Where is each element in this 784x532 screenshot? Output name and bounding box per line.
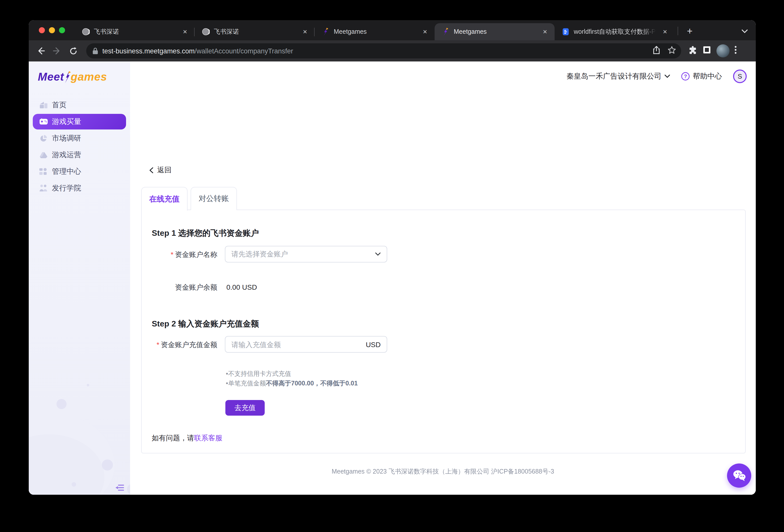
- home-icon: [39, 101, 48, 109]
- company-selector[interactable]: 秦皇岛一禾广告设计有限公司: [566, 71, 670, 81]
- globe-icon: [202, 28, 210, 36]
- balance-value: 0.00 USD: [226, 283, 257, 291]
- extensions-puzzle-icon[interactable]: [688, 45, 697, 56]
- sidebar-item-home[interactable]: 首页: [29, 97, 130, 113]
- sidebar-nav: 首页 游戏买量 市场调研: [29, 97, 130, 197]
- sidebar-item-game-buying[interactable]: 游戏买量: [29, 113, 130, 130]
- question-circle-icon: ?: [681, 72, 690, 81]
- browser-tab-2[interactable]: 飞书深诺 ✕: [195, 23, 315, 40]
- currency-suffix: USD: [366, 340, 381, 348]
- required-asterisk: *: [171, 250, 173, 259]
- contact-support-link[interactable]: 联系客服: [194, 434, 222, 442]
- screen: 飞书深诺 ✕ 飞书深诺 ✕ Meetgames: [0, 0, 784, 532]
- bookmark-star-icon[interactable]: [668, 46, 676, 56]
- logo-games-text: games: [71, 70, 107, 84]
- browser-tabs: 飞书深诺 ✕ 飞书深诺 ✕ Meetgames: [75, 20, 697, 40]
- side-panel-icon[interactable]: [702, 45, 711, 56]
- sidebar-item-publishing-academy[interactable]: 发行学院: [29, 180, 130, 197]
- company-name: 秦皇岛一禾广告设计有限公司: [566, 71, 662, 81]
- help-center-link[interactable]: ? 帮助中心: [681, 71, 722, 81]
- contact-help-line: 如有问题，请联系客服: [152, 434, 222, 443]
- account-select[interactable]: 请先选择资金账户: [225, 246, 387, 263]
- tab-close-icon[interactable]: ✕: [661, 27, 670, 36]
- zoom-window-button[interactable]: [59, 27, 65, 33]
- tab-online-recharge[interactable]: 在线充值: [141, 187, 188, 211]
- tab-close-icon[interactable]: ✕: [180, 27, 190, 36]
- back-link[interactable]: 返回: [149, 166, 171, 175]
- document-icon: [562, 28, 570, 36]
- tab-close-icon[interactable]: ✕: [420, 27, 429, 36]
- sidebar-item-label: 管理中心: [52, 167, 81, 176]
- sidebar-item-label: 游戏运营: [52, 150, 81, 160]
- grid-icon: [39, 168, 48, 175]
- sidebar-collapse-icon[interactable]: [115, 484, 125, 495]
- tab-strip: 飞书深诺 ✕ 飞书深诺 ✕ Meetgames: [29, 20, 756, 40]
- globe-icon: [82, 28, 90, 36]
- browser-tab-4-active[interactable]: Meetgames ✕: [435, 23, 555, 40]
- sidebar-item-label: 发行学院: [52, 183, 81, 193]
- new-tab-button[interactable]: +: [682, 24, 697, 39]
- reload-icon[interactable]: [66, 44, 80, 58]
- share-icon[interactable]: [652, 46, 661, 56]
- browser-menu-icon[interactable]: [735, 46, 737, 56]
- tab-search-chevron-icon[interactable]: [741, 26, 748, 35]
- page: Meetgames 首页 游戏买量: [29, 61, 756, 495]
- people-icon: [39, 184, 48, 192]
- url-text: test-business.meetgames.com/walletAccoun…: [102, 47, 652, 55]
- lock-icon[interactable]: [92, 47, 98, 54]
- address-bar[interactable]: test-business.meetgames.com/walletAccoun…: [86, 43, 681, 58]
- sidebar-item-label: 首页: [52, 100, 66, 110]
- step2-title: Step 2 输入资金账户充值金额: [152, 319, 259, 329]
- help-center-label: 帮助中心: [693, 71, 722, 81]
- tabstrip-separator: [678, 27, 678, 35]
- svg-text:?: ?: [684, 73, 687, 79]
- browser-tab-5[interactable]: worldfirst自动获取支付数据-PR ✕: [555, 23, 675, 40]
- sidebar-item-label: 市场调研: [52, 134, 81, 143]
- browser-tab-1[interactable]: 飞书深诺 ✕: [75, 23, 195, 40]
- sidebar-decoration: [102, 460, 113, 471]
- wechat-fab[interactable]: [727, 464, 751, 487]
- tab-close-icon[interactable]: ✕: [301, 27, 310, 36]
- logo-meet-text: Meet: [38, 70, 64, 84]
- meetgames-logo: Meetgames: [38, 70, 107, 84]
- note-line-2: •单笔充值金额不得高于7000.00，不得低于0.01: [226, 379, 358, 388]
- browser-tab-3[interactable]: Meetgames ✕: [315, 23, 435, 40]
- minimize-window-button[interactable]: [49, 27, 55, 33]
- main-content: 秦皇岛一禾广告设计有限公司 ? 帮助中心 S 返回 在线充值 对公转账: [130, 61, 756, 495]
- tab-title: Meetgames: [334, 28, 417, 35]
- sidebar-item-market-research[interactable]: 市场调研: [29, 130, 130, 147]
- url-host: test-business.meetgames.com: [102, 47, 195, 55]
- user-avatar[interactable]: S: [733, 69, 747, 83]
- browser-profile-avatar[interactable]: [717, 45, 730, 57]
- back-icon[interactable]: [34, 44, 48, 58]
- forward-icon[interactable]: [50, 44, 64, 58]
- amount-input[interactable]: [231, 340, 366, 348]
- sidebar-item-game-operation[interactable]: 游戏运营: [29, 147, 130, 163]
- triangle-icon: [39, 151, 48, 158]
- logo-bolt-icon: [64, 70, 71, 84]
- recharge-button[interactable]: 去充值: [225, 400, 265, 416]
- step1-title: Step 1 选择您的飞书资金账户: [152, 228, 259, 239]
- note-line-1: •不支持信用卡方式充值: [226, 369, 358, 379]
- balance-label: 资金账户余额: [142, 283, 217, 292]
- sidebar-item-label: 游戏买量: [52, 117, 81, 126]
- recharge-tabs: 在线充值 对公转账: [141, 187, 237, 210]
- close-window-button[interactable]: [39, 27, 45, 33]
- sidebar-decoration: [56, 399, 66, 409]
- sidebar-decoration: [127, 484, 130, 495]
- sidebar-decoration: [72, 482, 76, 487]
- tab-title: 飞书深诺: [214, 27, 298, 36]
- tab-title: 飞书深诺: [94, 27, 177, 36]
- sidebar-item-admin-center[interactable]: 管理中心: [29, 163, 130, 180]
- recharge-card: Step 1 选择您的飞书资金账户 *资金账户名称 请先选择资金账户 资金账户余…: [141, 210, 746, 453]
- recharge-notes: •不支持信用卡方式充值 •单笔充值金额不得高于7000.00，不得低于0.01: [226, 369, 358, 388]
- content-header: 秦皇岛一禾广告设计有限公司 ? 帮助中心 S: [566, 69, 747, 83]
- gamepad-icon: [39, 118, 48, 125]
- tab-corporate-transfer[interactable]: 对公转账: [191, 187, 237, 210]
- amount-label: *资金账户充值金额: [142, 341, 217, 350]
- browser-toolbar: test-business.meetgames.com/walletAccoun…: [29, 40, 756, 61]
- account-name-label: *资金账户名称: [142, 250, 217, 260]
- required-asterisk: *: [157, 341, 159, 349]
- tab-title: Meetgames: [454, 28, 537, 35]
- tab-close-icon[interactable]: ✕: [540, 27, 550, 36]
